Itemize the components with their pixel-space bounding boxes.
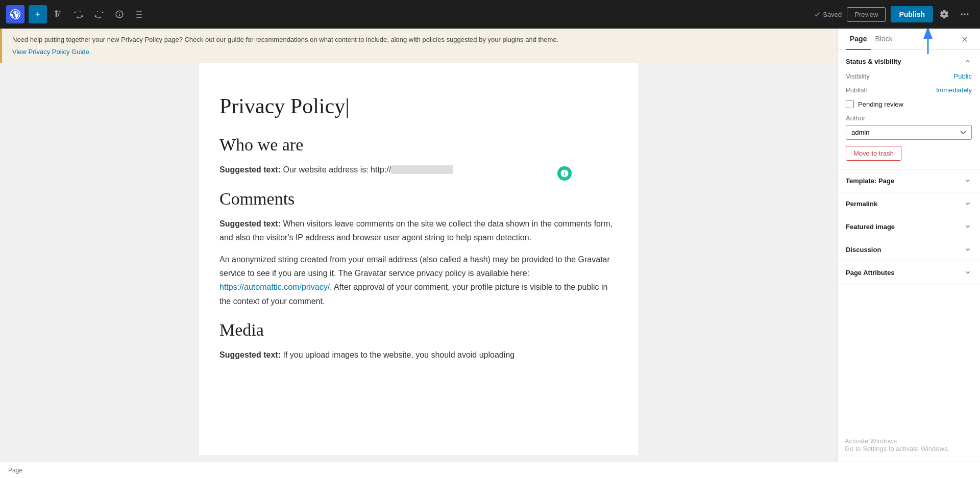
add-icon xyxy=(33,10,42,19)
pending-review-label[interactable]: Pending review xyxy=(858,100,903,108)
chevron-down-icon-featured xyxy=(964,222,972,231)
visibility-value[interactable]: Public xyxy=(954,72,972,80)
check-icon xyxy=(814,11,821,18)
publish-timing-label: Publish xyxy=(846,86,868,94)
status-visibility-header[interactable]: Status & visibility xyxy=(838,50,980,72)
more-icon xyxy=(960,9,970,19)
publish-button[interactable]: Publish xyxy=(891,6,933,22)
discussion-section-header[interactable]: Discussion xyxy=(838,238,980,261)
chevron-up-icon xyxy=(964,57,972,65)
close-sidebar-button[interactable] xyxy=(958,32,972,46)
pending-review-checkbox[interactable] xyxy=(846,100,854,108)
redo-icon xyxy=(94,10,104,19)
undo-button[interactable] xyxy=(69,5,88,23)
saved-label: Saved xyxy=(823,11,842,18)
author-label: Author xyxy=(846,114,972,122)
notice-text: Need help putting together your new Priv… xyxy=(12,36,558,43)
info-icon xyxy=(115,10,124,19)
sidebar: Page Block Status & visibility Visibilit… xyxy=(837,29,980,462)
notice-link[interactable]: View Privacy Policy Guide. xyxy=(12,47,827,57)
editor-content[interactable]: Privacy Policy Who we are Suggested text… xyxy=(199,63,638,455)
wp-logo[interactable] xyxy=(6,5,24,23)
chevron-down-icon-template xyxy=(964,177,972,185)
move-to-trash-button[interactable]: Move to trash xyxy=(846,146,901,161)
publish-row: Publish Immediately xyxy=(846,86,972,94)
tools-button[interactable] xyxy=(49,5,67,23)
media-text: If you upload images to the website, you… xyxy=(283,350,514,359)
paragraph-comments-2: An anonymized string created from your e… xyxy=(219,253,618,308)
settings-button[interactable] xyxy=(935,5,953,23)
undo-icon xyxy=(74,10,83,19)
template-section-header[interactable]: Template: Page xyxy=(838,169,980,192)
heading-who-we-are: Who we are xyxy=(219,135,618,155)
main-area: Need help putting together your new Priv… xyxy=(0,29,980,462)
more-options-button[interactable] xyxy=(955,5,974,23)
featured-image-label: Featured image xyxy=(846,223,895,231)
featured-image-section-header[interactable]: Featured image xyxy=(838,215,980,238)
saved-indicator: Saved xyxy=(814,11,842,18)
page-attributes-section-header[interactable]: Page Attributes xyxy=(838,261,980,284)
discussion-label: Discussion xyxy=(846,246,881,254)
permalink-section-header[interactable]: Permalink xyxy=(838,192,980,215)
heading-media: Media xyxy=(219,320,618,340)
template-label: Template: Page xyxy=(846,177,894,185)
suggested-text-label-4: Suggested text: xyxy=(219,350,281,359)
status-visibility-content: Visibility Public Publish Immediately Pe… xyxy=(838,72,980,169)
chevron-down-icon-discussion xyxy=(964,245,972,254)
chevron-down-icon-permalink xyxy=(964,199,972,208)
paragraph-comments-1: Suggested text: When visitors leave comm… xyxy=(219,217,618,244)
grammarly-icon[interactable] xyxy=(557,166,572,181)
permalink-label: Permalink xyxy=(846,200,877,208)
bottom-bar: Page xyxy=(0,462,980,478)
preview-button[interactable]: Preview xyxy=(847,7,886,22)
bottom-bar-label: Page xyxy=(8,467,22,474)
wp-logo-icon xyxy=(10,9,20,19)
tools-icon xyxy=(54,10,63,19)
chevron-down-icon-attributes xyxy=(964,268,972,276)
list-view-button[interactable] xyxy=(131,5,149,23)
visibility-label: Visibility xyxy=(846,72,870,80)
notice-banner: Need help putting together your new Priv… xyxy=(0,29,837,63)
details-button[interactable] xyxy=(110,5,129,23)
paragraph-media: Suggested text: If you upload images to … xyxy=(219,348,618,362)
toolbar: Saved Preview Publish xyxy=(0,0,980,29)
suggested-text-label-1: Suggested text: xyxy=(219,165,281,174)
heading-comments: Comments xyxy=(219,189,618,209)
sidebar-tabs: Page Block xyxy=(838,29,980,50)
add-block-button[interactable] xyxy=(29,5,47,23)
grammarly-logo xyxy=(560,169,569,178)
redo-button[interactable] xyxy=(90,5,108,23)
tab-block[interactable]: Block xyxy=(871,29,896,50)
visibility-row: Visibility Public xyxy=(846,72,972,80)
publish-timing-value[interactable]: Immediately xyxy=(936,86,972,94)
page-title[interactable]: Privacy Policy xyxy=(219,93,618,119)
author-select[interactable]: admin xyxy=(846,125,972,140)
page-attributes-label: Page Attributes xyxy=(846,269,895,276)
pending-review-row: Pending review xyxy=(846,100,972,108)
status-visibility-section: Status & visibility Visibility Public Pu… xyxy=(838,50,980,169)
tab-page[interactable]: Page xyxy=(846,29,871,50)
settings-icon xyxy=(939,9,949,19)
editor-area[interactable]: Need help putting together your new Priv… xyxy=(0,29,837,462)
close-icon xyxy=(961,35,969,43)
status-visibility-title: Status & visibility xyxy=(846,58,901,65)
suggested-text-label-2: Suggested text: xyxy=(219,219,281,228)
gravatar-link[interactable]: https://automattic.com/privacy/ xyxy=(219,283,330,291)
website-address-text: Our website address is: http://redacted xyxy=(283,165,453,174)
list-view-icon xyxy=(135,10,144,19)
